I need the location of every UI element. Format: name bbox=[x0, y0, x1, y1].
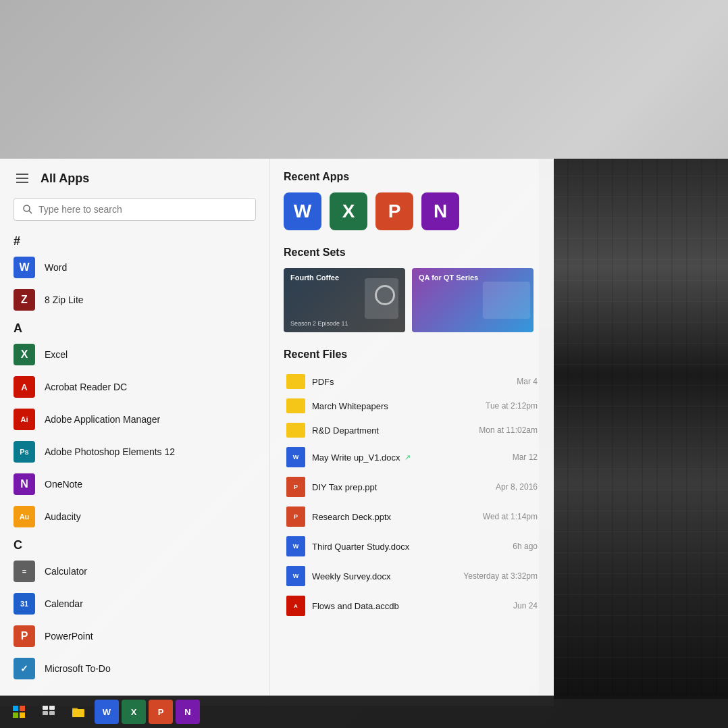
file-item-pdfs[interactable]: PDFs Mar 4 bbox=[284, 370, 540, 393]
file-name-weekly-survey: Weekly Survey.docx bbox=[312, 571, 391, 581]
left-header: All Apps bbox=[0, 159, 269, 192]
app-item-powerpoint[interactable]: P PowerPoint bbox=[0, 620, 269, 652]
app-item-excel[interactable]: X Excel bbox=[0, 338, 269, 371]
word-doc-icon-third-quarter: W bbox=[286, 536, 305, 556]
recent-app-word[interactable]: W bbox=[284, 192, 321, 230]
file-info-may-write: May Write up_V1.docx ↗ bbox=[312, 452, 506, 463]
file-date-weekly-survey: Yesterday at 3:32pm bbox=[463, 571, 538, 581]
start-menu-right-panel: Recent Apps W X P N Recent Sets Fourth C… bbox=[270, 159, 554, 706]
file-date-may-write: Mar 12 bbox=[513, 452, 538, 462]
onenote-app-name: OneNote bbox=[45, 479, 82, 490]
task-view-button[interactable] bbox=[35, 698, 62, 725]
set-card-qa-title: QA for QT Series bbox=[419, 274, 478, 282]
file-date-research-deck: Wed at 1:14pm bbox=[483, 512, 538, 521]
audacity-app-name: Audacity bbox=[45, 511, 81, 522]
file-item-third-quarter[interactable]: W Third Quarter Study.docx 6h ago bbox=[284, 532, 540, 561]
start-button[interactable] bbox=[5, 698, 32, 725]
svg-rect-9 bbox=[49, 711, 55, 715]
excel-app-icon: X bbox=[14, 344, 35, 365]
taskbar-word-button[interactable]: W bbox=[95, 700, 119, 724]
svg-rect-4 bbox=[13, 712, 18, 718]
powerpoint-app-icon: P bbox=[14, 625, 35, 647]
svg-rect-8 bbox=[43, 711, 48, 715]
set-card-fourth-coffee-title: Fourth Coffee bbox=[290, 274, 339, 282]
audacity-app-icon: Au bbox=[14, 506, 35, 527]
set-card-fourth-coffee[interactable]: Fourth Coffee Season 2 Episode 11 bbox=[284, 268, 405, 332]
word-app-name: Word bbox=[45, 262, 67, 273]
folder-icon-rnd bbox=[286, 423, 305, 438]
file-item-rnd[interactable]: R&D Department Mon at 11:02am bbox=[284, 419, 540, 442]
file-name-may-write: May Write up_V1.docx bbox=[312, 452, 400, 463]
app-item-calendar[interactable]: 31 Calendar bbox=[0, 588, 269, 620]
photoshop-app-name: Adobe Photoshop Elements 12 bbox=[45, 446, 175, 457]
recent-app-onenote[interactable]: N bbox=[421, 192, 459, 230]
file-item-research-deck[interactable]: P Research Deck.pptx Wed at 1:14pm bbox=[284, 502, 540, 531]
taskbar-powerpoint-button[interactable]: P bbox=[149, 700, 173, 724]
onenote-app-icon: N bbox=[14, 473, 35, 495]
svg-rect-6 bbox=[43, 706, 48, 710]
8zip-app-name: 8 Zip Lite bbox=[45, 294, 84, 305]
section-hash: # bbox=[0, 229, 269, 251]
file-item-weekly-survey[interactable]: W Weekly Survey.docx Yesterday at 3:32pm bbox=[284, 562, 540, 590]
file-name-rnd: R&D Department bbox=[312, 425, 379, 436]
file-item-may-write[interactable]: W May Write up_V1.docx ↗ Mar 12 bbox=[284, 443, 540, 471]
file-info-pdfs: PDFs bbox=[312, 377, 510, 387]
app-item-calculator[interactable]: = Calculator bbox=[0, 555, 269, 588]
acrobat-app-name: Acrobat Reader DC bbox=[45, 382, 127, 392]
svg-rect-3 bbox=[20, 706, 25, 711]
todo-app-icon: ✓ bbox=[14, 658, 35, 679]
file-name-flows-data: Flows and Data.accdb bbox=[312, 601, 399, 611]
calculator-app-icon: = bbox=[14, 561, 35, 582]
acrobat-app-icon: A bbox=[14, 376, 35, 398]
task-view-icon bbox=[42, 705, 55, 719]
app-item-photoshop[interactable]: Ps Adobe Photoshop Elements 12 bbox=[0, 436, 269, 468]
excel-app-name: Excel bbox=[45, 349, 68, 360]
file-info-weekly-survey: Weekly Survey.docx bbox=[312, 571, 457, 581]
set-card-fourth-coffee-subtitle: Season 2 Episode 11 bbox=[290, 320, 348, 327]
file-info-research-deck: Research Deck.pptx bbox=[312, 512, 476, 522]
file-name-pdfs: PDFs bbox=[312, 377, 334, 387]
8zip-app-icon: Z bbox=[14, 289, 35, 311]
hamburger-menu-button[interactable] bbox=[14, 171, 31, 186]
search-input[interactable] bbox=[38, 204, 247, 215]
file-date-third-quarter: 6h ago bbox=[513, 542, 538, 551]
file-info-rnd: R&D Department bbox=[312, 425, 472, 436]
file-info-third-quarter: Third Quarter Study.docx bbox=[312, 542, 506, 552]
recent-sets-row: Fourth Coffee Season 2 Episode 11 QA for… bbox=[284, 268, 540, 332]
app-item-acrobat[interactable]: A Acrobat Reader DC bbox=[0, 371, 269, 403]
file-date-pdfs: Mar 4 bbox=[517, 377, 538, 386]
file-item-march-wp[interactable]: March Whitepapers Tue at 2:12pm bbox=[284, 394, 540, 417]
photoshop-app-icon: Ps bbox=[14, 441, 35, 463]
taskbar-onenote-button[interactable]: N bbox=[176, 700, 200, 724]
app-item-onenote[interactable]: N OneNote bbox=[0, 468, 269, 500]
file-item-flows-data[interactable]: A Flows and Data.accdb Jun 24 bbox=[284, 592, 540, 620]
calculator-app-name: Calculator bbox=[45, 566, 87, 577]
desktop-photo bbox=[539, 159, 728, 699]
word-doc-icon-may-write: W bbox=[286, 447, 305, 467]
recent-app-excel[interactable]: X bbox=[330, 192, 367, 230]
app-item-adobe-manager[interactable]: Ai Adobe Application Manager bbox=[0, 403, 269, 436]
app-item-word[interactable]: W Word bbox=[0, 251, 269, 284]
svg-rect-7 bbox=[49, 706, 55, 710]
taskbar: W X P N bbox=[0, 696, 728, 728]
svg-point-0 bbox=[24, 205, 30, 211]
app-item-audacity[interactable]: Au Audacity bbox=[0, 500, 269, 533]
file-info-march-wp: March Whitepapers bbox=[312, 401, 479, 411]
file-explorer-button[interactable] bbox=[65, 698, 92, 725]
todo-app-name: Microsoft To-Do bbox=[45, 663, 111, 674]
file-date-diy-tax: Apr 8, 2016 bbox=[496, 482, 538, 492]
svg-rect-5 bbox=[20, 712, 25, 718]
set-card-qa-series[interactable]: QA for QT Series bbox=[412, 268, 534, 332]
file-item-diy-tax[interactable]: P DIY Tax prep.ppt Apr 8, 2016 bbox=[284, 473, 540, 501]
accdb-icon-flows-data: A bbox=[286, 596, 305, 616]
file-date-rnd: Mon at 11:02am bbox=[479, 425, 538, 435]
app-item-8zip[interactable]: Z 8 Zip Lite bbox=[0, 284, 269, 316]
recent-sets-title: Recent Sets bbox=[284, 246, 540, 259]
folder-icon-pdfs bbox=[286, 374, 305, 389]
recent-app-powerpoint[interactable]: P bbox=[375, 192, 413, 230]
app-item-todo[interactable]: ✓ Microsoft To-Do bbox=[0, 652, 269, 685]
adobe-manager-app-name: Adobe Application Manager bbox=[45, 414, 160, 425]
taskbar-excel-button[interactable]: X bbox=[122, 700, 146, 724]
calendar-app-name: Calendar bbox=[45, 598, 83, 609]
search-box[interactable] bbox=[14, 198, 256, 221]
